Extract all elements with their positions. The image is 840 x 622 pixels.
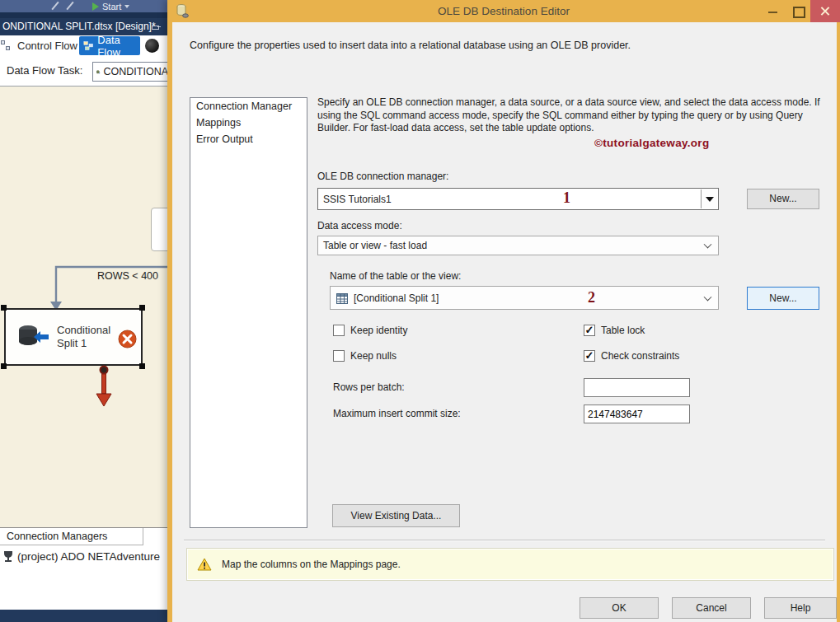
nav-item-mappings[interactable]: Mappings [190, 115, 307, 131]
ole-db-destination-editor-dialog: OLE DB Destination Editor Configure the … [167, 0, 840, 622]
chevron-down-icon [704, 292, 712, 301]
connection-icon [3, 550, 13, 563]
close-button[interactable] [810, 0, 840, 22]
max-commit-size-input[interactable] [584, 405, 690, 423]
ok-button[interactable]: OK [580, 597, 659, 619]
warning-strip: Map the columns on the Mappings page. [187, 549, 833, 580]
table-name-combo[interactable]: [Conditional Split 1] 2 [330, 286, 719, 310]
keep-identity-label: Keep identity [350, 325, 407, 336]
connection-manager-combo[interactable]: SSIS Tutorials1 1 [317, 188, 719, 210]
dropdown-arrow-button[interactable] [701, 189, 717, 208]
check-constraints-checkbox-row: ✓ Check constraints [584, 350, 679, 362]
chevron-down-icon [124, 5, 129, 8]
pin-icon[interactable] [152, 22, 161, 31]
table-name-value: [Conditional Split 1] [354, 287, 439, 309]
selection-handle[interactable] [139, 363, 145, 369]
conditional-split-icon [17, 325, 50, 349]
page-nav-list: Connection Manager Mappings Error Output [190, 97, 307, 528]
data-flow-design-surface[interactable]: ROWS < 400 Conditional Split 1 [0, 87, 175, 527]
keep-identity-checkbox[interactable] [333, 325, 345, 336]
keep-nulls-checkbox-row: Keep nulls [333, 350, 397, 362]
keep-nulls-checkbox[interactable] [333, 350, 345, 362]
nav-item-connection-manager[interactable]: Connection Manager [190, 98, 307, 115]
view-existing-data-button[interactable]: View Existing Data... [332, 504, 460, 527]
nav-item-error-output[interactable]: Error Output [190, 131, 307, 147]
dialog-body: Configure the properties used to insert … [172, 22, 837, 622]
tab-control-flow[interactable]: Control Flow [17, 35, 77, 56]
table-lock-checkbox[interactable]: ✓ [584, 325, 595, 336]
document-tab-bar: ONDITIONAL SPLIT.dtsx [Design]* [0, 18, 175, 35]
rows-per-batch-label: Rows per batch: [333, 381, 405, 393]
minimize-button[interactable] [761, 0, 786, 22]
selection-handle[interactable] [1, 363, 7, 369]
keep-identity-checkbox-row: Keep identity [333, 325, 407, 336]
connection-managers-panel: Connection Managers (project) ADO NETAdv… [0, 527, 175, 610]
dialog-titlebar[interactable]: OLE DB Destination Editor [167, 0, 840, 22]
annotation-1: 1 [563, 189, 570, 207]
connection-manager-item[interactable]: (project) ADO NETAdventure [3, 550, 173, 563]
toolbar-pointer-icon[interactable] [66, 2, 73, 10]
watermark-text: ©tutorialgateway.org [594, 137, 709, 149]
tab-data-flow[interactable]: Data Flow [79, 36, 140, 55]
conditional-split-component[interactable]: Conditional Split 1 [4, 308, 143, 366]
package-icon[interactable] [145, 39, 159, 53]
chevron-down-icon [704, 241, 712, 249]
table-lock-label: Table lock [601, 325, 645, 336]
play-icon [92, 2, 99, 11]
connection-manager-name: (project) ADO NETAdventure [17, 550, 160, 563]
data-flow-task-row: Data Flow Task: CONDITIONAL [0, 56, 175, 87]
warning-icon [197, 558, 212, 571]
rows-per-batch-input[interactable] [584, 378, 690, 397]
maximize-button[interactable] [786, 0, 810, 22]
toolbar-divider [0, 12, 175, 18]
help-button[interactable]: Help [764, 597, 837, 619]
output-arrow[interactable] [92, 365, 117, 408]
cancel-button[interactable]: Cancel [672, 597, 751, 619]
start-label: Start [102, 2, 121, 12]
selection-handle[interactable] [139, 305, 145, 311]
error-icon[interactable] [118, 330, 137, 348]
table-icon [336, 293, 348, 304]
annotation-2: 2 [588, 289, 595, 306]
warning-text: Map the columns on the Mappings page. [222, 559, 401, 570]
toolbar-pointer-icon[interactable] [51, 2, 59, 10]
data-access-mode-label: Data access mode: [317, 220, 402, 231]
document-tab[interactable]: ONDITIONAL SPLIT.dtsx [Design]* [2, 21, 156, 32]
connection-manager-label: OLE DB connection manager: [317, 171, 448, 182]
section-divider [184, 540, 825, 541]
selection-handle[interactable] [1, 305, 7, 311]
data-flow-task-label: Data Flow Task: [7, 56, 82, 86]
start-debug-button[interactable]: Start [87, 0, 134, 12]
arrow-down-icon [706, 197, 714, 202]
visual-studio-window: Start ONDITIONAL SPLIT.dtsx [Design]* Co… [0, 0, 175, 622]
screen: Start ONDITIONAL SPLIT.dtsx [Design]* Co… [0, 0, 840, 622]
new-table-button[interactable]: New... [747, 287, 819, 310]
designer-tab-strip: Control Flow Data Flow [0, 35, 175, 56]
connection-manager-value: SSIS Tutorials1 [323, 189, 392, 209]
data-access-mode-value: Table or view - fast load [323, 236, 427, 255]
connection-managers-header[interactable]: Connection Managers [0, 528, 143, 545]
keep-nulls-label: Keep nulls [350, 350, 397, 362]
task-icon [96, 67, 101, 77]
connector-condition-label[interactable]: ROWS < 400 [97, 270, 158, 282]
data-flow-icon [83, 40, 93, 52]
data-access-mode-combo[interactable]: Table or view - fast load [317, 236, 719, 255]
new-connection-button[interactable]: New... [747, 189, 819, 209]
dialog-title: OLE DB Destination Editor [167, 0, 840, 22]
check-constraints-checkbox[interactable]: ✓ [584, 350, 595, 362]
data-flow-task-combo[interactable]: CONDITIONAL [92, 62, 175, 82]
check-constraints-label: Check constraints [601, 350, 679, 362]
vs-toolbar: Start [0, 0, 175, 12]
max-commit-size-label: Maximum insert commit size: [333, 408, 461, 419]
page-intro-text: Specify an OLE DB connection manager, a … [317, 96, 837, 135]
table-lock-checkbox-row: ✓ Table lock [584, 325, 645, 336]
control-flow-icon [1, 40, 12, 51]
data-flow-task-value: CONDITIONAL [104, 66, 174, 77]
tab-data-flow-label: Data Flow [97, 34, 140, 58]
dialog-description: Configure the properties used to insert … [190, 40, 783, 51]
status-bar [0, 610, 175, 622]
table-name-label: Name of the table or the view: [330, 270, 461, 282]
